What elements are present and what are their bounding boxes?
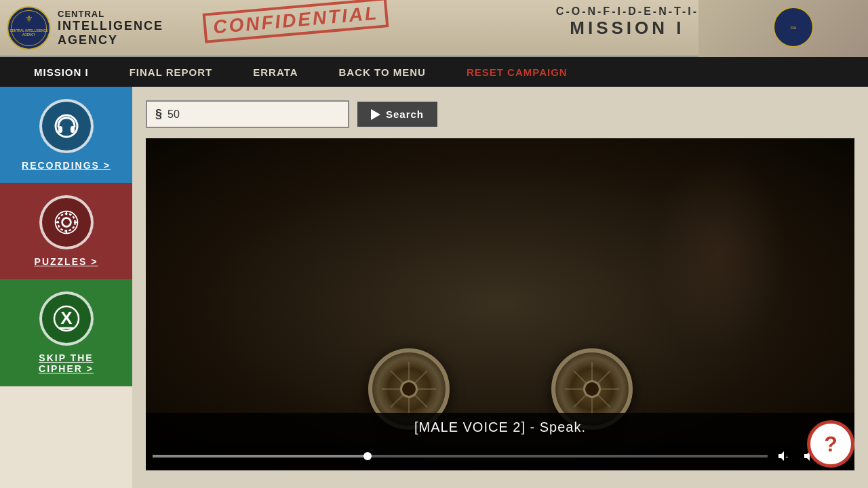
skip-label-line1: SKIP THE [39, 352, 93, 363]
volume-mute-button[interactable]: + [773, 447, 793, 465]
skip-circle: X [39, 291, 94, 346]
nav-mission1[interactable]: MISSION I [14, 66, 109, 78]
search-section-mark: § [155, 107, 162, 121]
nav-back-to-menu[interactable]: Back to Menu [319, 66, 446, 78]
agency-name: CENTRAL INTELLIGENCE AGENCY [58, 9, 163, 47]
svg-text:X: X [60, 308, 73, 328]
svg-point-11 [58, 214, 75, 230]
svg-point-10 [62, 218, 71, 227]
mission-title-area: C-O-N-F-I-D-E-N-T-I- MISSION I [556, 0, 698, 44]
svg-text:CENTRAL INTELLIGENCE: CENTRAL INTELLIGENCE [9, 28, 47, 32]
search-button[interactable]: Search [357, 102, 437, 127]
nav-errata[interactable]: Errata [233, 66, 318, 78]
confidential-dashes: C-O-N-F-I-D-E-N-T-I- [556, 5, 698, 18]
video-progress-bar[interactable] [153, 455, 768, 458]
recordings-circle [39, 99, 94, 153]
cia-badge-small: CIA [773, 7, 814, 47]
mission-title: MISSION I [556, 18, 698, 39]
volume-mute-icon: + [777, 450, 789, 462]
gear-icon [53, 209, 80, 236]
subtitle-bar: [MALE VOICE 2] - Speak. [146, 413, 854, 442]
progress-thumb [363, 452, 372, 460]
svg-text:+: + [785, 454, 789, 460]
skip-label-line2: CIPHER > [39, 363, 94, 374]
nav-reset-campaign[interactable]: Reset Campaign [446, 66, 588, 78]
cia-logo: ⚜ CENTRAL INTELLIGENCE AGENCY [7, 6, 51, 50]
subtitle-text: [MALE VOICE 2] - Speak. [414, 420, 586, 434]
x-icon: X [52, 304, 81, 333]
sidebar-item-recordings[interactable]: RECORDINGS > [0, 87, 132, 183]
navbar: MISSION I Final Report Errata Back to Me… [0, 57, 868, 87]
top-right-decor: CIA [698, 0, 868, 57]
progress-bar-fill [153, 455, 368, 458]
agency-line1: CENTRAL [58, 9, 163, 19]
search-input-wrapper: § [146, 100, 349, 128]
svg-text:CIA: CIA [791, 26, 797, 30]
svg-text:AGENCY: AGENCY [22, 33, 35, 36]
svg-marker-28 [778, 451, 784, 461]
header: ⚜ CENTRAL INTELLIGENCE AGENCY CENTRAL IN… [0, 0, 868, 57]
background-figure [651, 152, 787, 355]
search-button-label: Search [386, 108, 424, 120]
recordings-label: RECORDINGS > [22, 160, 111, 171]
help-button[interactable]: ? [807, 420, 854, 468]
search-play-icon [371, 109, 380, 120]
search-area: § Search [146, 100, 854, 128]
video-container: [MALE VOICE 2] - Speak. + - [146, 138, 854, 470]
svg-text:⚜: ⚜ [25, 13, 33, 23]
help-icon: ? [824, 432, 837, 457]
agency-line2: INTELLIGENCE [58, 19, 163, 33]
main-content: § Search [132, 87, 868, 488]
sidebar-item-puzzles[interactable]: PUZZLES > [0, 183, 132, 279]
search-input[interactable] [167, 108, 340, 121]
puzzles-circle [39, 195, 94, 249]
sidebar-item-skip-cipher[interactable]: X SKIP THE CIPHER > [0, 279, 132, 386]
sidebar: RECORDINGS > PUZZLES > X [0, 87, 132, 488]
confidential-stamp: CONFIDENTIAL [203, 0, 389, 43]
nav-final-report[interactable]: Final Report [109, 66, 233, 78]
video-controls: + - [146, 442, 854, 470]
headphones-icon [52, 111, 81, 141]
agency-line3: AGENCY [58, 33, 163, 47]
puzzles-label: PUZZLES > [35, 256, 98, 267]
